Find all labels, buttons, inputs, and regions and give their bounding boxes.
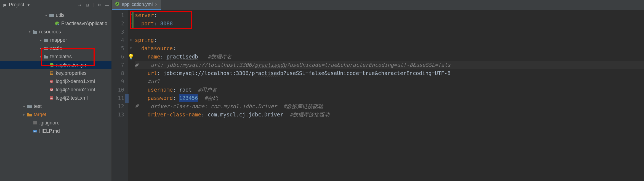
code-token (283, 110, 290, 119)
code-line[interactable]: username: root #用户名 (135, 86, 644, 94)
code-token: ?useSSL=false&useUnicode=true&characterE… (283, 69, 451, 77)
tree-item-label: static (50, 46, 62, 51)
line-number: 2 (112, 19, 124, 28)
tree-arrow-icon[interactable]: ▸ (39, 47, 43, 50)
collapse-all-icon[interactable]: ⊟ (85, 2, 90, 7)
tree-arrow-icon[interactable]: ▾ (28, 30, 32, 34)
code-line[interactable]: 💡 name: practisedb #数据库名 (135, 52, 644, 61)
tree-item-application-yml[interactable]: application.yml (0, 61, 111, 69)
tree-arrow-icon[interactable]: ▸ (39, 38, 43, 42)
tree-item--gitignore[interactable]: .gitignore (0, 119, 111, 127)
project-view-icon[interactable]: ▣ (2, 2, 7, 7)
code-token: : (154, 19, 160, 28)
fold-marker[interactable]: ⊟ (128, 44, 134, 52)
tree-arrow-icon[interactable]: ▸ (39, 55, 43, 58)
tree-item-label: test (34, 103, 42, 109)
project-label[interactable]: Project (9, 2, 24, 8)
tree-item-label: utils (56, 12, 65, 18)
tree-item-label: log4j2-test.xml (56, 95, 88, 101)
settings-icon[interactable]: ⚙ (97, 2, 102, 7)
folder-orange-icon (26, 113, 33, 116)
code-editor[interactable]: 12345678910111213 ⊟⊟⊟⊟ server: port: 808… (112, 10, 644, 181)
fold-marker[interactable]: ⊟ (128, 36, 134, 44)
code-line[interactable]: # url: jdbc:mysql://localhost:3306/pract… (135, 61, 644, 69)
code-token: practisedb (166, 52, 198, 61)
tree-item-key-properties[interactable]: key.properties (0, 69, 111, 77)
code-token: root (179, 86, 192, 94)
tree-item-log4j2-test-xml[interactable]: </>log4j2-test.xml (0, 94, 111, 102)
code-token: 8088 (160, 19, 173, 28)
line-number: 13 (112, 110, 124, 119)
code-token: jdbc:mysql://localhost:3306/ (163, 69, 252, 77)
code-token: #数据库链接驱动 (290, 110, 329, 119)
tree-item-templates[interactable]: ▸templates (0, 52, 111, 61)
code-token: : (160, 52, 167, 61)
fold-marker[interactable] (128, 28, 134, 36)
xml-icon: </> (49, 96, 55, 100)
code-line[interactable]: driver-class-name: com.mysql.cj.jdbc.Dri… (135, 110, 644, 119)
sidebar-header: ▣ Project ▾ ⇥ ⊟ | ⚙ — (0, 0, 111, 10)
tree-item-label: log4j2-demo1.xml (56, 79, 95, 84)
tab-application-yml[interactable]: application.yml ✕ (112, 0, 161, 10)
code-token: #密码 (204, 94, 218, 102)
fold-marker[interactable] (128, 110, 134, 119)
code-line[interactable]: port: 8088 (135, 19, 644, 28)
spring-icon (49, 63, 55, 67)
hide-icon[interactable]: — (104, 2, 109, 7)
svg-text:</>: </> (50, 80, 53, 83)
tree-item-resources[interactable]: ▾resources (0, 28, 111, 36)
code-line[interactable] (135, 28, 644, 36)
tree-item-test[interactable]: ▸test (0, 102, 111, 110)
tree-item-label: log4j2-demo2.xml (56, 87, 95, 93)
code-content[interactable]: server: port: 8088spring: datasource:💡 n… (134, 10, 644, 181)
tree-item-log4j2-demo1-xml[interactable]: </>log4j2-demo1.xml (0, 77, 111, 86)
editor-area: application.yml ✕ 12345678910111213 ⊟⊟⊟⊟… (112, 0, 644, 181)
xml-icon: </> (49, 87, 55, 92)
tree-arrow-icon[interactable]: ▸ (22, 113, 26, 116)
code-line[interactable]: # driver-class-name: com.mysql.jdbc.Driv… (135, 102, 644, 110)
fold-marker[interactable] (128, 102, 134, 110)
tree-arrow-icon[interactable]: ▸ (44, 14, 49, 17)
fold-marker[interactable] (128, 94, 134, 102)
svg-text:MD: MD (34, 131, 36, 132)
fold-marker[interactable] (128, 61, 134, 69)
fold-marker[interactable] (128, 86, 134, 94)
line-number: 5 (112, 44, 124, 52)
vcs-change-marker (132, 12, 134, 28)
tree-item-label: resources (39, 29, 61, 35)
folder-icon (43, 55, 49, 58)
close-tab-icon[interactable]: ✕ (155, 2, 158, 7)
fold-column[interactable]: ⊟⊟⊟⊟ (128, 10, 134, 181)
line-number: 4 (112, 36, 124, 44)
fold-marker[interactable] (128, 69, 134, 77)
line-number: 12 (112, 102, 124, 110)
code-line[interactable]: server: (135, 11, 644, 19)
code-line[interactable]: datasource: (135, 44, 644, 52)
code-line[interactable]: #url (135, 77, 644, 86)
tree-item-mapper[interactable]: ▸mapper (0, 36, 111, 44)
scroll-from-source-icon[interactable]: ⇥ (77, 2, 82, 7)
tree-item-practisesvrapplicatio[interactable]: PractisesvrApplicatio (0, 19, 111, 28)
code-line[interactable]: password: 123456 #密码 (135, 94, 644, 102)
file-tree[interactable]: ▸utilsPractisesvrApplicatio▾resources▸ma… (0, 10, 111, 181)
intention-bulb-icon[interactable]: 💡 (128, 52, 134, 61)
code-line[interactable]: spring: (135, 36, 644, 44)
dropdown-icon[interactable]: ▾ (26, 2, 31, 7)
tree-item-static[interactable]: ▸static (0, 44, 111, 52)
svg-text:</>: </> (50, 97, 53, 100)
code-token: spring (135, 36, 154, 44)
tree-item-target[interactable]: ▸target (0, 110, 111, 119)
tree-item-label: templates (50, 54, 72, 60)
code-token: name (148, 52, 160, 61)
fold-marker[interactable] (128, 77, 134, 86)
code-line[interactable]: url: jdbc:mysql://localhost:3306/practis… (135, 69, 644, 77)
code-token: : (173, 94, 179, 102)
tree-item-utils[interactable]: ▸utils (0, 11, 111, 19)
tree-item-log4j2-demo2-xml[interactable]: </>log4j2-demo2.xml (0, 86, 111, 94)
tree-arrow-icon[interactable]: ▸ (22, 105, 26, 108)
line-number: 7 (112, 61, 124, 69)
tree-item-help-md[interactable]: MDHELP.md (0, 127, 111, 135)
svg-point-5 (52, 65, 54, 67)
code-token: url (148, 69, 157, 77)
code-token: : (154, 36, 157, 44)
